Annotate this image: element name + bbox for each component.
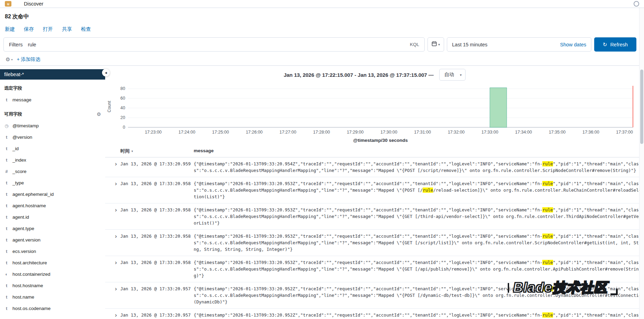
- menu-item[interactable]: 新建: [5, 26, 15, 33]
- menu-item[interactable]: 保存: [24, 26, 34, 33]
- field-item[interactable]: t host.hostname: [0, 280, 105, 291]
- field-item[interactable]: t _index: [0, 154, 105, 166]
- interval-select[interactable]: 自动 ▾: [439, 69, 466, 81]
- field-type-icon: t: [4, 203, 9, 208]
- show-dates-button[interactable]: Show dates: [560, 42, 586, 47]
- menu-item[interactable]: 共享: [62, 26, 72, 33]
- row-message: {"@timestamp":"2026-01-13T09:33:20.953Z"…: [194, 180, 644, 200]
- field-item[interactable]: t _id: [0, 143, 105, 154]
- discover-page: u Discover 82次命中 新建保存打开共享检查 Filters KQL …: [0, 0, 644, 319]
- field-type-icon: t: [4, 238, 9, 243]
- histogram-bar[interactable]: [490, 88, 507, 127]
- field-item[interactable]: t host.architecture: [0, 257, 105, 268]
- column-header-time[interactable]: 时间 ▾: [120, 148, 194, 154]
- svg-text:17:29:00: 17:29:00: [347, 130, 364, 135]
- expand-row-icon[interactable]: ›: [115, 161, 120, 174]
- index-pattern-selector[interactable]: filebeat-*: [0, 69, 105, 80]
- field-item[interactable]: # _score: [0, 166, 105, 177]
- row-time: Jan 13, 2026 @ 17:33:20.958: [120, 207, 194, 226]
- chart-header: Jan 13, 2026 @ 17:22:15.007 - Jan 13, 20…: [105, 69, 644, 81]
- field-settings-gear-icon[interactable]: ⚙: [96, 111, 101, 117]
- menu-item[interactable]: 打开: [43, 26, 53, 33]
- refresh-button[interactable]: ↻ Refresh: [594, 37, 636, 52]
- query-input[interactable]: [28, 42, 405, 47]
- field-item[interactable]: t ecs.version: [0, 246, 105, 257]
- chevron-down-icon: ▾: [460, 73, 462, 77]
- svg-text:17:37:00: 17:37:00: [616, 130, 633, 135]
- available-fields-heading: 可用字段 ⚙: [0, 106, 105, 120]
- expand-row-icon[interactable]: ›: [115, 233, 120, 253]
- menu-item[interactable]: 检查: [81, 26, 91, 33]
- svg-text:17:36:00: 17:36:00: [582, 130, 599, 135]
- selected-fields-list: t message: [0, 94, 105, 106]
- field-name: agent.version: [12, 237, 40, 243]
- expand-row-icon[interactable]: ›: [115, 180, 120, 200]
- row-message: {"@timestamp":"2026-01-13T09:33:20.953Z"…: [194, 233, 644, 253]
- field-type-icon: t: [4, 249, 9, 254]
- space-avatar[interactable]: u: [5, 1, 11, 7]
- svg-text:17:31:00: 17:31:00: [414, 130, 431, 135]
- field-item[interactable]: t @version: [0, 131, 105, 143]
- table-row: › Jan 13, 2026 @ 17:33:20.957 {"@timesta…: [105, 309, 644, 318]
- row-time: Jan 13, 2026 @ 17:33:20.958: [120, 180, 194, 200]
- calendar-icon: [432, 41, 437, 48]
- field-name: agent.type: [12, 226, 34, 231]
- field-name: host.os.codename: [12, 306, 50, 311]
- scrollbar-thumb[interactable]: [640, 70, 643, 144]
- field-type-icon: t: [4, 158, 9, 163]
- field-item[interactable]: t agent.id: [0, 211, 105, 223]
- row-time: Jan 13, 2026 @ 17:33:20.957: [120, 312, 194, 318]
- field-type-icon: t: [4, 226, 9, 231]
- field-name: _index: [12, 157, 26, 163]
- field-item[interactable]: t agent.version: [0, 234, 105, 246]
- collapse-sidebar-button[interactable]: ◀: [102, 69, 110, 76]
- table-row: › Jan 13, 2026 @ 17:33:20.958 {"@timesta…: [105, 203, 644, 230]
- index-pattern-name: filebeat-*: [4, 72, 24, 77]
- field-type-icon: ◐: [4, 272, 9, 277]
- field-item[interactable]: t agent.type: [0, 223, 105, 234]
- table-row: › Jan 13, 2026 @ 17:33:20.959 {"@timesta…: [105, 157, 644, 177]
- chevron-left-icon: ◀: [105, 71, 107, 74]
- filter-settings-button[interactable]: ⚙ ▾: [6, 56, 12, 63]
- field-item[interactable]: ◷ @timestamp: [0, 120, 105, 131]
- documents-table: 时间 ▾ message › Jan 13, 2026 @ 17:33:20.9…: [105, 146, 644, 318]
- expand-row-icon[interactable]: ›: [115, 312, 120, 318]
- table-row: › Jan 13, 2026 @ 17:33:20.958 {"@timesta…: [105, 256, 644, 282]
- account-circle-icon[interactable]: [634, 1, 639, 7]
- table-header: 时间 ▾ message: [105, 146, 644, 157]
- quick-select-date-button[interactable]: ▾: [427, 37, 444, 52]
- svg-text:17:34:00: 17:34:00: [515, 130, 532, 135]
- sort-desc-icon: ▾: [131, 149, 133, 153]
- field-type-icon: t: [4, 283, 9, 288]
- add-filter-button[interactable]: + 添加筛选: [17, 56, 40, 63]
- svg-text:0: 0: [123, 125, 125, 130]
- filters-button[interactable]: Filters: [4, 42, 28, 47]
- field-item[interactable]: ◐ host.containerized: [0, 268, 105, 280]
- svg-text:17:26:00: 17:26:00: [246, 130, 263, 135]
- svg-text:40: 40: [120, 106, 125, 110]
- field-item[interactable]: t message: [0, 94, 105, 106]
- svg-text:17:24:00: 17:24:00: [178, 130, 195, 135]
- field-name: host.containerized: [12, 272, 50, 277]
- query-row: Filters KQL ▾ Last 15 minutes Show dates…: [3, 37, 636, 52]
- field-item[interactable]: t agent.ephemeral_id: [0, 189, 105, 200]
- field-type-icon: t: [4, 306, 9, 311]
- query-language-button[interactable]: KQL: [405, 42, 424, 47]
- expand-row-icon[interactable]: ›: [115, 207, 120, 226]
- svg-text:80: 80: [120, 86, 125, 91]
- field-item[interactable]: t host.name: [0, 291, 105, 303]
- field-item[interactable]: t host.os.codename: [0, 303, 105, 314]
- table-body: › Jan 13, 2026 @ 17:33:20.959 {"@timesta…: [105, 157, 644, 318]
- field-item[interactable]: t agent.hostname: [0, 200, 105, 211]
- selected-fields-heading: 选定字段: [0, 80, 105, 94]
- field-item[interactable]: t _type: [0, 177, 105, 189]
- chevron-down-icon: ▾: [438, 43, 440, 46]
- expand-row-icon[interactable]: ›: [115, 259, 120, 279]
- row-message: {"@timestamp":"2026-01-13T09:33:20.952Z"…: [194, 285, 644, 305]
- row-time: Jan 13, 2026 @ 17:33:20.958: [120, 259, 194, 279]
- field-type-icon: t: [4, 146, 9, 151]
- field-item[interactable]: t host.os.family: [0, 314, 105, 318]
- time-range-value[interactable]: Last 15 minutes: [452, 42, 487, 47]
- expand-row-icon[interactable]: ›: [115, 285, 120, 305]
- field-type-icon: #: [4, 169, 9, 174]
